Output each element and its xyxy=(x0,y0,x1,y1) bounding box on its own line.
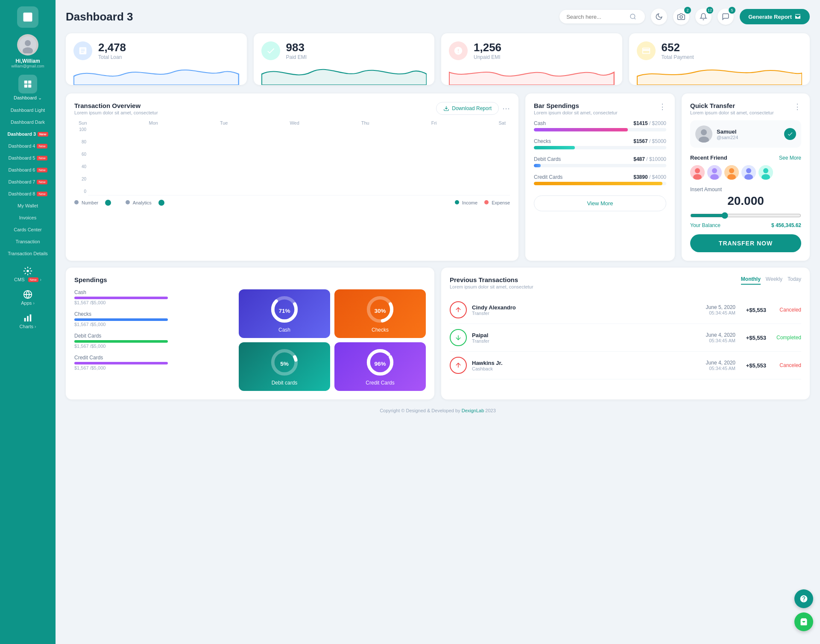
sidebar-section-cms: CMS New › Apps › Charts › xyxy=(0,264,56,332)
see-more-link[interactable]: See More xyxy=(779,155,801,161)
moon-icon-btn[interactable] xyxy=(651,9,667,25)
donut-credit: 96% Credit Cards xyxy=(334,342,426,391)
cms-arrow: › xyxy=(40,277,41,282)
bar-spendings-title: Bar Spendings xyxy=(534,102,618,109)
svg-point-24 xyxy=(729,168,734,173)
amount-value: 20.000 xyxy=(690,194,801,208)
svg-text:71%: 71% xyxy=(278,308,290,314)
svg-point-18 xyxy=(695,168,700,173)
stat-label-total-payment: Total Payment xyxy=(662,54,694,60)
bar-spendings-more-button[interactable]: ⋮ xyxy=(659,102,666,111)
qt-more-button[interactable]: ⋮ xyxy=(794,102,801,111)
svg-text:5%: 5% xyxy=(280,361,289,367)
legend-number: Number xyxy=(74,200,98,205)
sidebar-item-cards-center[interactable]: Cards Center xyxy=(0,224,56,236)
svg-rect-3 xyxy=(24,81,27,84)
tx-overview-more-button[interactable]: ⋯ xyxy=(502,104,510,113)
bar-spendings-subtitle: Lorem ipsum dolor sit amet, consectetur xyxy=(534,110,618,115)
tx-status-hawkins: Canceled xyxy=(771,362,801,368)
tab-today[interactable]: Today xyxy=(788,276,801,285)
cms-badge: New xyxy=(28,277,38,282)
svg-rect-11 xyxy=(30,315,32,322)
tx-overview-subtitle: Lorem ipsum dolor sit amet, consectetur xyxy=(74,110,158,115)
footer-brand-link[interactable]: DexignLab xyxy=(462,408,484,413)
tx-overview-title: Transaction Overview xyxy=(74,102,158,109)
floating-support-button[interactable] xyxy=(794,589,813,608)
generate-report-button[interactable]: Generate Report xyxy=(740,9,810,24)
badge-new: New xyxy=(37,192,47,196)
spending-row-cash: Cash $1415 / $2000 xyxy=(534,120,666,131)
sidebar-item-charts[interactable]: Charts › xyxy=(0,311,56,332)
sidebar: Hi,William william@gmail.com Dashboard ⌄… xyxy=(0,0,56,644)
stat-icon-total-payment xyxy=(637,41,656,60)
download-report-button[interactable]: Download Report xyxy=(436,102,499,115)
sidebar-item-dashboard-light[interactable]: Dashboard Light xyxy=(0,104,56,116)
prev-tx-title: Previous Transactions xyxy=(450,276,533,283)
tx-info-cindy: Cindy Alexandro Transfer xyxy=(472,304,701,316)
sidebar-item-apps[interactable]: Apps › xyxy=(0,287,56,308)
bell-icon-btn[interactable]: 12 xyxy=(695,9,712,25)
stat-wave-unpaid-emi xyxy=(449,64,615,85)
friend-avatars xyxy=(690,165,801,180)
camera-icon-btn[interactable]: 2 xyxy=(673,9,689,25)
sidebar-item-dashboard-8[interactable]: Dashboard 8 New xyxy=(0,188,56,200)
tx-icon-wrap-3 xyxy=(450,357,467,374)
bell-badge: 12 xyxy=(706,7,713,14)
transaction-overview-card: Transaction Overview Lorem ipsum dolor s… xyxy=(66,93,518,261)
legend-income: Income xyxy=(455,200,477,205)
svg-point-12 xyxy=(630,14,635,19)
camera-icon xyxy=(677,13,685,20)
amount-slider[interactable] xyxy=(690,212,801,219)
header: Dashboard 3 2 12 5 Generate Repo xyxy=(66,9,810,25)
sidebar-dashboard-icon[interactable] xyxy=(18,75,37,93)
sidebar-item-invoices[interactable]: Invoices xyxy=(0,212,56,224)
search-input[interactable] xyxy=(566,14,626,20)
sidebar-item-dashboard-dark[interactable]: Dashboard Dark xyxy=(0,116,56,128)
spending-row-debit: Debit Cards $487 / $10000 xyxy=(534,156,666,167)
tx-info-paipal: Paipal Transfer xyxy=(472,332,701,344)
qt-title: Quick Transfer xyxy=(690,102,774,109)
sidebar-item-dashboard-3[interactable]: Dashboard 3 New xyxy=(0,128,56,140)
friend-avatar-2[interactable] xyxy=(707,165,722,180)
friend-avatar-1[interactable] xyxy=(690,165,705,180)
tab-monthly[interactable]: Monthly xyxy=(741,276,761,285)
sidebar-user: Hi,William william@gmail.com xyxy=(11,34,44,68)
camera-badge: 2 xyxy=(684,7,691,14)
stat-label-loan: Total Loan xyxy=(98,54,126,60)
qt-check-icon xyxy=(784,128,796,140)
spendings-list: Cash $1,567 /$5,000 Checks $1,567 /$5,00… xyxy=(74,289,230,391)
sidebar-nav: Dashboard Light Dashboard Dark Dashboard… xyxy=(0,104,56,259)
friend-avatar-3[interactable] xyxy=(724,165,739,180)
tx-icon-wrap-1 xyxy=(450,301,467,318)
sidebar-item-cms[interactable]: CMS New › xyxy=(0,264,56,285)
spending-item-debit: Debit Cards $1,567 /$5,000 xyxy=(74,333,230,349)
stat-label-unpaid-emi: Unpaid EMI xyxy=(474,54,501,60)
legend-analytics: Analytics xyxy=(126,200,151,205)
friend-avatar-4[interactable] xyxy=(741,165,756,180)
previous-transactions-card: Previous Transactions Lorem ipsum dolor … xyxy=(441,268,810,399)
sidebar-item-transaction-details[interactable]: Transaction Details xyxy=(0,248,56,259)
svg-point-7 xyxy=(26,270,29,272)
sidebar-item-dashboard-6[interactable]: Dashboard 6 New xyxy=(0,164,56,176)
sidebar-item-my-wallet[interactable]: My Wallet xyxy=(0,200,56,212)
svg-point-21 xyxy=(712,168,717,173)
qt-subtitle: Lorem ipsum dolor sit amet, consectetur xyxy=(690,110,774,115)
view-more-button[interactable]: View More xyxy=(534,195,666,211)
sidebar-item-dashboard-7[interactable]: Dashboard 7 New xyxy=(0,176,56,188)
tab-weekly[interactable]: Weekly xyxy=(766,276,782,285)
sidebar-item-transaction[interactable]: Transaction xyxy=(0,236,56,248)
chat-icon-btn[interactable]: 5 xyxy=(718,9,734,25)
friend-avatar-5[interactable] xyxy=(758,165,773,180)
sidebar-item-dashboard-5[interactable]: Dashboard 5 New xyxy=(0,152,56,164)
bottom-grid: Spendings Cash $1,567 /$5,000 Checks $1,… xyxy=(66,268,810,399)
main-content: Dashboard 3 2 12 5 Generate Repo xyxy=(56,0,820,644)
donut-debit: 5% Debit cards xyxy=(239,342,330,391)
transfer-now-button[interactable]: TRANSFER NOW xyxy=(690,234,801,252)
stat-icon-paid-emi xyxy=(261,41,280,60)
floating-cart-button[interactable] xyxy=(794,612,813,631)
stat-wave-total-payment xyxy=(637,64,802,85)
sidebar-logo[interactable] xyxy=(17,6,38,28)
spending-row-checks: Checks $1567 / $5000 xyxy=(534,138,666,149)
stat-wave-loan xyxy=(73,64,239,85)
sidebar-item-dashboard-4[interactable]: Dashboard 4 New xyxy=(0,140,56,152)
